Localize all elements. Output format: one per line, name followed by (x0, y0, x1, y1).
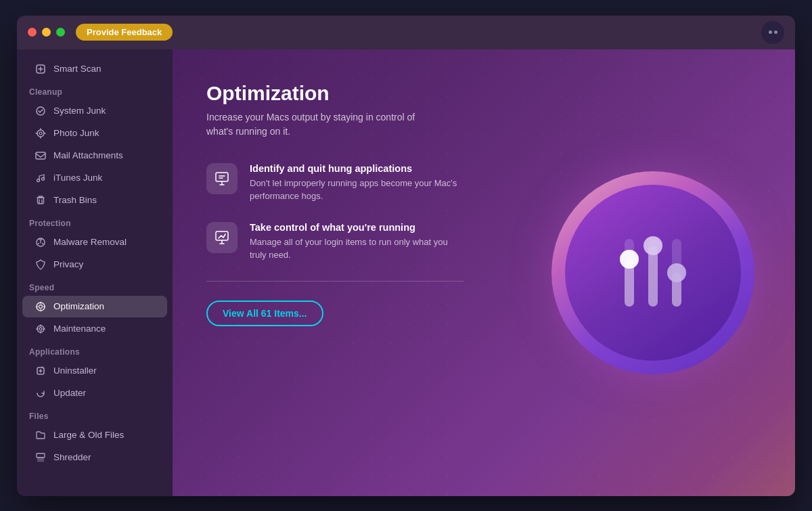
sidebar-label-uninstaller: Uninstaller (53, 365, 97, 376)
uninstaller-icon (35, 365, 47, 377)
large-old-files-icon (35, 429, 47, 441)
sidebar-item-uninstaller[interactable]: Uninstaller (22, 360, 167, 382)
malware-icon (35, 236, 47, 248)
mail-icon (35, 150, 47, 162)
sidebar-label-photo-junk: Photo Junk (53, 128, 99, 138)
sidebar-label-trash-bins: Trash Bins (53, 195, 97, 205)
feedback-button[interactable]: Provide Feedback (76, 24, 173, 41)
optimization-illustration (551, 171, 754, 374)
optimization-icon (35, 301, 47, 313)
app-body: Smart Scan Cleanup System Junk (17, 49, 795, 496)
login-items-desc: Manage all of your login items to run on… (250, 236, 459, 262)
photo-junk-icon (35, 127, 47, 139)
page-title: Optimization (206, 82, 761, 105)
sidebar-label-mail-attachments: Mail Attachments (53, 150, 123, 160)
section-label-files: Files (17, 405, 173, 424)
sliders-graphic (606, 225, 700, 320)
svg-point-9 (37, 179, 40, 181)
section-label-cleanup: Cleanup (17, 81, 173, 99)
sidebar-item-maintenance[interactable]: Maintenance (22, 318, 167, 340)
svg-point-22 (39, 328, 42, 330)
system-junk-icon (35, 105, 47, 117)
section-label-speed: Speed (17, 276, 173, 295)
sidebar: Smart Scan Cleanup System Junk (17, 49, 173, 496)
app-window: Provide Feedback Smart Scan Cleanup (17, 16, 795, 496)
sidebar-label-system-junk: System Junk (53, 106, 106, 116)
svg-rect-29 (216, 173, 228, 181)
title-bar: Provide Feedback (17, 16, 795, 49)
sidebar-label-updater: Updater (53, 388, 86, 398)
hung-apps-icon-box (206, 163, 238, 194)
svg-point-10 (42, 177, 45, 180)
login-items-icon-box (206, 222, 238, 253)
svg-rect-11 (38, 198, 44, 204)
main-content: Optimization Increase your Macs output b… (173, 49, 795, 496)
svg-point-35 (620, 250, 639, 269)
svg-point-2 (37, 130, 44, 137)
svg-point-13 (38, 243, 39, 244)
svg-rect-28 (37, 453, 45, 458)
sidebar-label-smart-scan: Smart Scan (53, 64, 102, 74)
privacy-icon (35, 259, 47, 271)
svg-point-3 (39, 132, 42, 135)
circle-inner (565, 185, 741, 361)
shredder-icon (35, 451, 47, 464)
login-items-text: Take control of what you're running Mana… (250, 222, 459, 262)
sidebar-item-system-junk[interactable]: System Junk (22, 100, 167, 122)
svg-point-38 (644, 236, 662, 255)
maximize-button[interactable] (56, 28, 65, 37)
itunes-icon (35, 172, 47, 184)
sidebar-item-mail-attachments[interactable]: Mail Attachments (22, 145, 167, 166)
trash-icon (35, 194, 47, 206)
sidebar-label-malware-removal: Malware Removal (53, 237, 127, 247)
sidebar-item-optimization[interactable]: Optimization (22, 296, 167, 317)
sidebar-label-large-old-files: Large & Old Files (53, 430, 124, 440)
sidebar-item-updater[interactable]: Updater (22, 382, 167, 404)
updater-icon (35, 387, 47, 399)
sidebar-label-privacy: Privacy (53, 259, 83, 269)
section-label-applications: Applications (17, 340, 173, 359)
sidebar-label-optimization: Optimization (53, 301, 104, 311)
svg-rect-8 (36, 152, 45, 159)
dot-icon (769, 30, 772, 34)
minimize-button[interactable] (42, 28, 51, 37)
dot-icon (774, 30, 777, 34)
sidebar-item-smart-scan[interactable]: Smart Scan (22, 58, 167, 80)
sidebar-label-itunes-junk: iTunes Junk (53, 173, 102, 183)
sidebar-item-large-old-files[interactable]: Large & Old Files (22, 424, 167, 446)
login-items-title: Take control of what you're running (250, 222, 459, 233)
svg-point-41 (667, 263, 686, 282)
svg-point-14 (42, 243, 43, 244)
sidebar-item-trash-bins[interactable]: Trash Bins (22, 190, 167, 211)
smart-scan-icon (35, 63, 47, 75)
hung-apps-title: Identify and quit hung applications (250, 163, 459, 174)
sidebar-item-privacy[interactable]: Privacy (22, 254, 167, 275)
sidebar-item-itunes-junk[interactable]: iTunes Junk (22, 167, 167, 189)
content-divider (206, 281, 464, 282)
sidebar-item-shredder[interactable]: Shredder (22, 447, 167, 468)
hung-apps-text: Identify and quit hung applications Don'… (250, 163, 459, 203)
view-all-button[interactable]: View All 61 Items... (206, 301, 323, 326)
sidebar-label-shredder: Shredder (53, 452, 91, 462)
sidebar-item-malware-removal[interactable]: Malware Removal (22, 231, 167, 253)
page-subtitle: Increase your Macs output by staying in … (206, 110, 436, 139)
section-label-protection: Protection (17, 212, 173, 231)
hung-apps-desc: Don't let improperly running apps become… (250, 177, 459, 203)
sidebar-item-photo-junk[interactable]: Photo Junk (22, 123, 167, 144)
svg-point-16 (39, 305, 43, 308)
maintenance-icon (35, 323, 47, 335)
close-button[interactable] (28, 28, 37, 37)
more-options-button[interactable] (761, 21, 784, 44)
circle-outer (551, 171, 754, 374)
sidebar-label-maintenance: Maintenance (53, 324, 106, 334)
